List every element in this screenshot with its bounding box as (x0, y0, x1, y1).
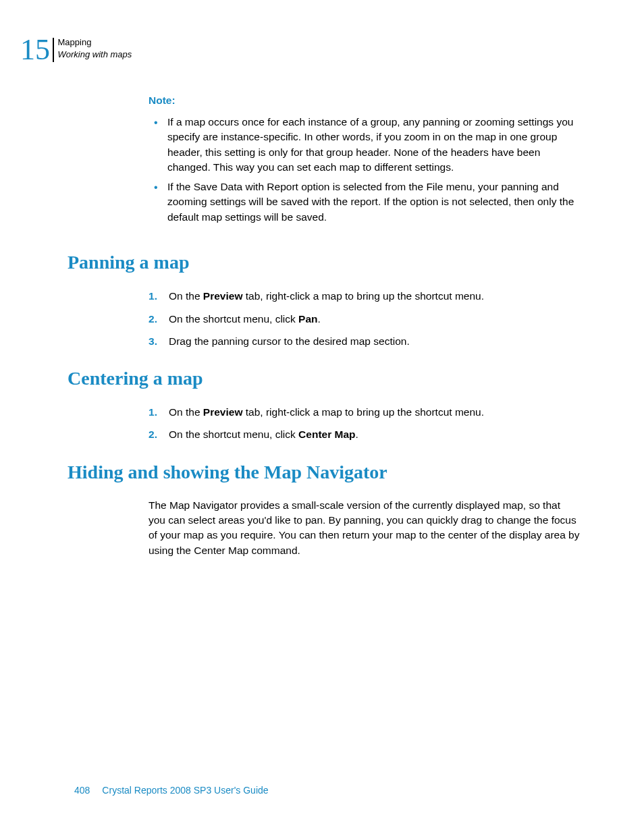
step-text: . (318, 313, 321, 325)
step-bold: Pan (298, 313, 317, 325)
step-text: tab, right-click a map to bring up the s… (242, 290, 484, 302)
step-item: On the shortcut menu, click Pan. (149, 311, 580, 327)
header-chapter-title: Mapping (58, 36, 132, 49)
step-bold: Preview (203, 406, 243, 418)
chapter-number: 15 (20, 35, 50, 65)
note-block: Note: If a map occurs once for each inst… (149, 94, 580, 225)
step-item: Drag the panning cursor to the desired m… (149, 333, 580, 349)
doc-title: Crystal Reports 2008 SP3 User's Guide (102, 785, 268, 796)
header-section-title: Working with maps (58, 49, 132, 61)
step-text: On the (169, 290, 203, 302)
panning-steps: On the Preview tab, right-click a map to… (149, 288, 580, 349)
step-text: . (356, 429, 358, 440)
body-paragraph: The Map Navigator provides a small-scale… (149, 498, 580, 559)
section-heading-centering: Centering a map (68, 368, 580, 389)
step-item: On the Preview tab, right-click a map to… (149, 404, 580, 420)
step-bold: Center Map (298, 429, 355, 440)
note-label: Note: (149, 94, 580, 107)
section-heading-panning: Panning a map (68, 252, 580, 273)
note-list: If a map occurs once for each instance o… (149, 115, 580, 225)
header-breadcrumb: Mapping Working with maps (58, 35, 132, 61)
step-item: On the Preview tab, right-click a map to… (149, 288, 580, 304)
step-text: tab, right-click a map to bring up the s… (242, 406, 484, 418)
step-item: On the shortcut menu, click Center Map. (149, 426, 580, 442)
header-divider (53, 38, 54, 62)
note-item: If a map occurs once for each instance o… (149, 115, 580, 175)
page-footer: 408Crystal Reports 2008 SP3 User's Guide (74, 785, 269, 796)
step-text: On the shortcut menu, click (169, 429, 298, 440)
centering-steps: On the Preview tab, right-click a map to… (149, 404, 580, 443)
page-content: Note: If a map occurs once for each inst… (68, 94, 580, 565)
page-number: 408 (74, 785, 90, 796)
page-header: 15 Mapping Working with maps (20, 35, 132, 65)
step-text: On the shortcut menu, click (169, 313, 298, 325)
step-text: On the (169, 406, 203, 418)
section-heading-hiding: Hiding and showing the Map Navigator (68, 462, 580, 483)
note-item: If the Save Data with Report option is s… (149, 180, 580, 225)
step-bold: Preview (203, 290, 243, 302)
step-text: Drag the panning cursor to the desired m… (169, 335, 410, 347)
